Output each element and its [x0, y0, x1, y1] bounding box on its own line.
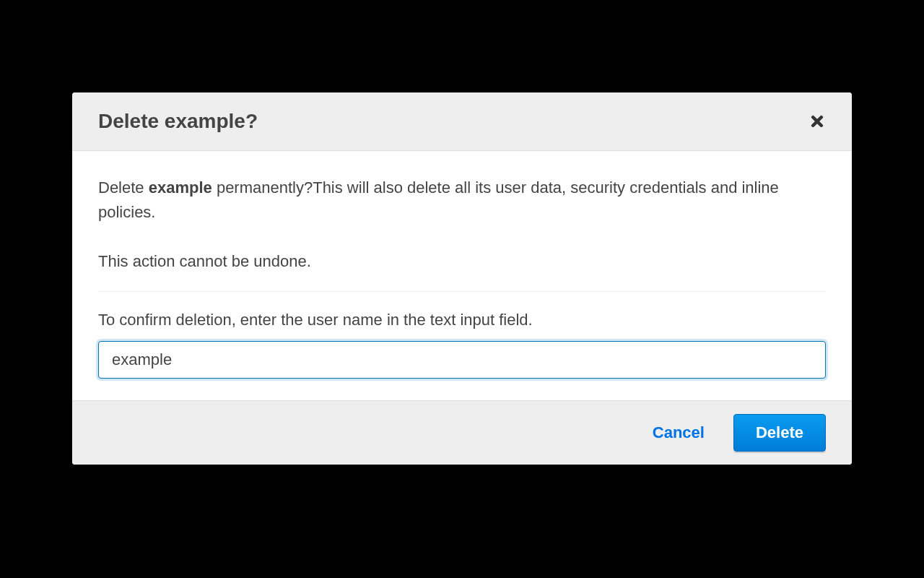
modal-header: Delete example? — [72, 92, 852, 151]
undo-warning: This action cannot be undone. — [98, 249, 826, 274]
confirm-label: To confirm deletion, enter the user name… — [98, 308, 826, 332]
modal-body: Delete example permanently?This will als… — [72, 151, 852, 400]
delete-confirmation-modal: Delete example? Delete example permanent… — [72, 92, 852, 465]
warning-entity: example — [149, 178, 212, 197]
close-icon[interactable] — [808, 113, 826, 130]
warning-text: Delete example permanently?This will als… — [98, 176, 826, 225]
divider — [98, 291, 826, 292]
confirm-username-input[interactable] — [98, 341, 826, 379]
warning-prefix: Delete — [98, 178, 149, 197]
modal-footer: Cancel Delete — [72, 400, 852, 465]
cancel-button[interactable]: Cancel — [645, 415, 712, 451]
delete-button[interactable]: Delete — [733, 414, 826, 452]
modal-title: Delete example? — [98, 110, 258, 133]
